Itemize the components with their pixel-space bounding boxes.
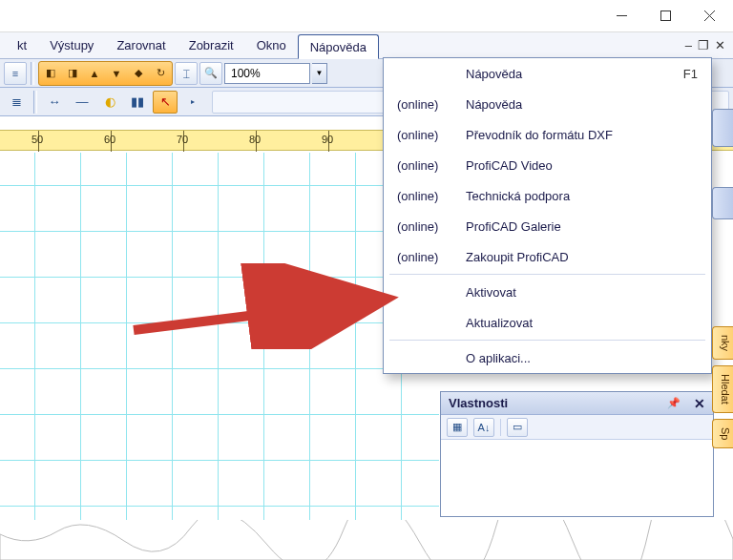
menu-label: ProfiCAD Video [466,158,553,173]
menu-help[interactable]: Nápověda [298,34,379,59]
properties-toolbar: ▦ A↓ ▭ [441,415,713,440]
drawing-canvas[interactable] [0,153,439,560]
flip-both-icon[interactable]: ◆ [128,63,149,84]
mirror-icon[interactable]: ▲ [84,63,105,84]
tool-a[interactable]: ≣ [4,91,29,114]
menu-label: Nápověda [466,67,522,81]
side-tab-sp[interactable]: Sp [712,419,733,448]
side-tab-a[interactable] [712,109,733,147]
panel-close-icon[interactable]: ✕ [694,396,705,411]
mdi-restore-icon[interactable]: ❐ [698,38,709,52]
svg-rect-1 [660,11,670,21]
mdi-close-icon[interactable]: ✕ [715,38,725,52]
props-categorize-icon[interactable]: ▦ [447,418,468,437]
help-item-video[interactable]: (online) ProfiCAD Video [384,150,711,180]
crop-icon[interactable]: ⌶ [175,62,198,85]
torn-edge [0,520,733,560]
help-item-dxf[interactable]: (online) Převodník do formátu DXF [384,119,711,150]
ruler-tick-label: 70 [177,134,188,145]
zoom-dropdown-icon[interactable]: ▼ [312,63,327,84]
tool-led-icon[interactable]: ◐ [97,91,122,114]
zoom-input[interactable]: 100% [224,63,310,84]
tool-pointer-icon[interactable]: ↖ [153,91,178,114]
menu-separator [389,274,705,275]
ruler-tick-label: 60 [104,134,115,145]
menu-label: O aplikaci... [466,351,531,365]
menu-window[interactable]: Okno [245,32,298,58]
help-item-activate[interactable]: Aktivovat [384,277,711,307]
menu-align[interactable]: Zarovnat [105,32,177,58]
minimize-button[interactable] [599,2,643,31]
tool-line-icon[interactable]: — [70,91,94,114]
tool-more-icon[interactable]: ▸ [180,91,205,114]
help-item-support[interactable]: (online) Technická podpora [384,180,711,211]
divider [31,62,34,85]
pin-icon[interactable]: 📌 [667,397,681,409]
menu-outputs[interactable]: Výstupy [38,32,105,58]
help-dropdown: Nápověda F1 (online) Nápověda (online) P… [383,57,712,374]
tool-dim-icon[interactable]: ↔ [42,91,67,114]
mdi-minimize-icon[interactable]: – [685,38,692,52]
props-sort-icon[interactable]: A↓ [473,418,494,437]
side-tab-b[interactable] [712,187,733,219]
menu-label: ProfiCAD Galerie [466,219,561,234]
ruler-tick-label: 90 [322,134,333,145]
menu-label: Převodník do formátu DXF [466,128,613,142]
tool-barcode-icon[interactable]: ▮▮ [125,91,150,114]
menu-label: Aktualizovat [466,316,533,330]
menubar: kt Výstupy Zarovnat Zobrazit Okno Nápově… [0,32,733,59]
help-item-update[interactable]: Aktualizovat [384,307,711,338]
menu-project[interactable]: kt [6,32,38,58]
ruler-tick-label: 50 [31,134,43,145]
help-item-gallery[interactable]: (online) ProfiCAD Galerie [384,211,711,241]
ruler-tick-label: 80 [249,134,261,145]
properties-body [441,440,713,516]
window-titlebar [0,0,733,32]
rotate-icon[interactable]: ↻ [150,63,171,84]
flip-h-icon[interactable]: ◧ [40,63,61,84]
props-pages-icon[interactable]: ▭ [507,418,528,437]
tool-button[interactable]: ≡ [4,62,27,85]
help-item-online-help[interactable]: (online) Nápověda [384,89,711,119]
side-tab-links[interactable]: nky [712,326,733,360]
divider [33,91,37,114]
shortcut-label: F1 [683,67,698,81]
menu-separator [389,340,705,341]
menu-label: Aktivovat [466,285,516,300]
properties-panel: Vlastnosti 📌 ✕ ▦ A↓ ▭ [440,391,714,517]
svg-rect-0 [617,15,627,16]
menu-view[interactable]: Zobrazit [178,32,245,58]
menu-label: Nápověda [466,97,522,112]
maximize-button[interactable] [643,2,687,31]
zoom-fit-icon[interactable]: 🔍 [199,62,222,85]
mdi-controls: – ❐ ✕ [685,32,733,58]
menu-label: Zakoupit ProfiCAD [466,250,569,264]
help-item-buy[interactable]: (online) Zakoupit ProfiCAD [384,241,711,272]
flip-v-icon[interactable]: ◨ [62,63,83,84]
close-button[interactable] [687,2,731,31]
help-item-about[interactable]: O aplikaci... [384,342,711,373]
side-tab-search[interactable]: Hledat [712,365,733,413]
panel-title: Vlastnosti [449,396,508,410]
mirror2-icon[interactable]: ▼ [106,63,127,84]
help-item-help[interactable]: Nápověda F1 [384,58,711,89]
flip-group: ◧ ◨ ▲ ▼ ◆ ↻ [38,61,173,86]
menu-label: Technická podpora [466,189,570,203]
properties-header[interactable]: Vlastnosti 📌 ✕ [441,392,713,415]
side-tabs: nky Hledat Sp [712,74,733,448]
